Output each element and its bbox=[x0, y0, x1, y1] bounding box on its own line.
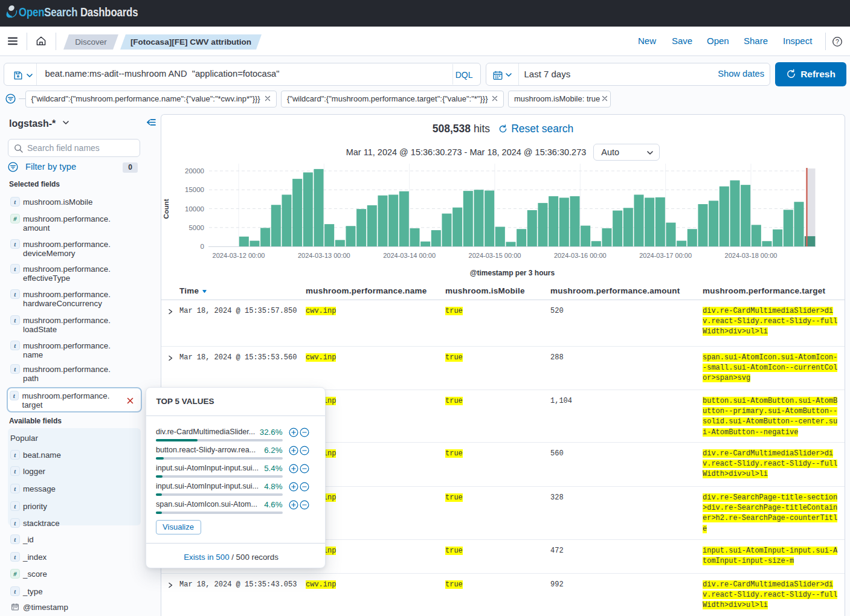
svg-text:2024-03-17 00:00: 2024-03-17 00:00 bbox=[639, 252, 692, 259]
svg-text:2024-03-12 00:00: 2024-03-12 00:00 bbox=[213, 252, 265, 259]
svg-text:10000: 10000 bbox=[185, 205, 204, 213]
svg-text:0: 0 bbox=[201, 243, 204, 250]
svg-text:2024-03-15 00:00: 2024-03-15 00:00 bbox=[469, 252, 521, 259]
svg-text:2024-03-16 00:00: 2024-03-16 00:00 bbox=[554, 252, 607, 259]
svg-text:@timestamp per 3 hours: @timestamp per 3 hours bbox=[470, 269, 555, 277]
svg-text:2024-03-14 00:00: 2024-03-14 00:00 bbox=[383, 252, 436, 259]
svg-text:20000: 20000 bbox=[185, 167, 204, 175]
svg-text:15000: 15000 bbox=[185, 186, 204, 193]
svg-text:?: ? bbox=[836, 38, 839, 45]
svg-text:Count: Count bbox=[163, 199, 170, 219]
svg-text:5000: 5000 bbox=[188, 224, 204, 231]
svg-text:2024-03-13 00:00: 2024-03-13 00:00 bbox=[298, 252, 350, 259]
svg-text:2024-03-18 00:00: 2024-03-18 00:00 bbox=[725, 252, 778, 259]
